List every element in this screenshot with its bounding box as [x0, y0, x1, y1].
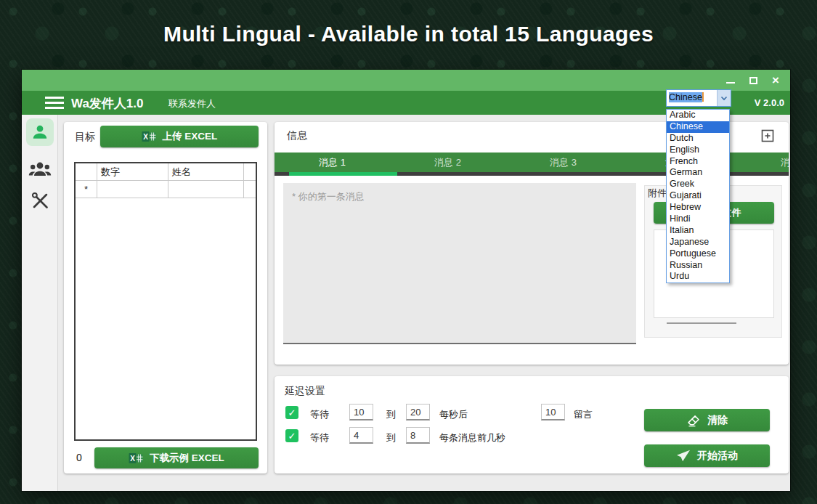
- eraser-icon: [686, 414, 701, 427]
- contact-sender-link[interactable]: 联系发件人: [168, 97, 216, 110]
- language-option[interactable]: German: [667, 167, 729, 179]
- language-option[interactable]: Japanese: [667, 237, 729, 248]
- excel-icon: X: [142, 131, 156, 142]
- add-message-button[interactable]: [760, 128, 776, 144]
- language-option-selected[interactable]: Chinese: [667, 121, 729, 133]
- column-header-number: 数字: [97, 163, 168, 180]
- combo-dropdown-button[interactable]: [717, 90, 731, 106]
- check-icon: ✓: [288, 431, 296, 442]
- language-option[interactable]: Urdu: [667, 271, 729, 283]
- close-button[interactable]: ×: [771, 76, 781, 86]
- language-option[interactable]: Russian: [667, 260, 729, 272]
- window-controls: ×: [725, 70, 781, 91]
- divider: [667, 322, 736, 324]
- group-icon: [28, 158, 52, 180]
- upload-excel-label: 上传 EXCEL: [163, 130, 218, 143]
- language-select[interactable]: Chinese: [666, 89, 731, 107]
- language-option[interactable]: Portuguese: [667, 248, 729, 260]
- delay-settings-title: 延迟设置: [285, 385, 325, 398]
- svg-text:X: X: [130, 455, 135, 463]
- svg-text:X: X: [143, 133, 148, 141]
- to-label-2: 到: [386, 431, 396, 444]
- plus-box-icon: [760, 129, 775, 143]
- messages-per-label: 留言: [574, 408, 593, 421]
- person-icon: [31, 123, 49, 142]
- row-selector-header: [76, 163, 97, 180]
- tools-icon: [31, 191, 50, 211]
- table-header-row: 数字 姓名: [76, 163, 256, 181]
- check-icon: ✓: [288, 407, 296, 418]
- targets-table: 数字 姓名 *: [74, 162, 257, 441]
- to-label-1: 到: [386, 408, 396, 421]
- wait-label-2: 等待: [310, 431, 329, 444]
- delay-checkbox-1[interactable]: ✓: [285, 406, 298, 419]
- language-option[interactable]: English: [667, 145, 729, 156]
- tab-message-1[interactable]: 消息 1: [275, 153, 390, 172]
- language-option[interactable]: Hebrew: [667, 202, 729, 214]
- delay-suffix-2: 每条消息前几秒: [439, 431, 505, 444]
- minimize-icon: [726, 82, 735, 84]
- menu-button[interactable]: [45, 97, 64, 109]
- download-sample-excel-button[interactable]: X 下载示例 EXCEL: [94, 447, 259, 468]
- minimize-button[interactable]: [725, 76, 736, 86]
- excel-icon: X: [129, 452, 143, 464]
- banner-title: Multi Lingual - Available in total 15 La…: [0, 22, 817, 46]
- app-title: Wa发件人1.0: [71, 95, 144, 112]
- delay-to-input-2[interactable]: [406, 427, 430, 444]
- active-tab-indicator: [289, 172, 397, 176]
- sidebar-item-tools[interactable]: [22, 191, 58, 211]
- messages-per-input[interactable]: [541, 404, 565, 420]
- language-select-value: Chinese: [667, 90, 717, 106]
- attachment-label: 附件: [648, 187, 667, 200]
- table-cell-name[interactable]: [168, 181, 244, 198]
- delay-settings-panel: 延迟设置 ✓ 等待 到 每秒后 留言 ✓ 等待 到 每条消息前几秒: [275, 376, 789, 473]
- table-cell-number[interactable]: [97, 181, 168, 198]
- text-caret: [702, 92, 704, 102]
- table-row: *: [76, 181, 256, 198]
- hamburger-icon: [45, 97, 64, 99]
- send-icon: [676, 450, 691, 463]
- clear-label: 清除: [707, 414, 728, 427]
- window-titlebar: ×: [22, 70, 790, 91]
- language-option[interactable]: Arabic: [667, 110, 729, 121]
- clear-button[interactable]: 清除: [644, 409, 770, 431]
- message-input[interactable]: [283, 183, 636, 344]
- tab-message-2[interactable]: 消息 2: [390, 153, 505, 172]
- tab-message-3[interactable]: 消息 3: [505, 153, 621, 172]
- screen: Multi Lingual - Available in total 15 La…: [0, 0, 817, 504]
- language-option[interactable]: Italian: [667, 225, 729, 237]
- language-option[interactable]: Hindi: [667, 214, 729, 225]
- delay-suffix-1: 每秒后: [439, 408, 468, 421]
- upload-excel-button[interactable]: X 上传 EXCEL: [100, 126, 259, 147]
- start-campaign-label: 开始活动: [697, 450, 738, 463]
- targets-count: 0: [76, 452, 82, 463]
- tab-message-5[interactable]: 消息 5: [736, 153, 789, 172]
- delay-checkbox-2[interactable]: ✓: [285, 429, 298, 442]
- download-sample-excel-label: 下载示例 EXCEL: [150, 452, 224, 465]
- wait-label-1: 等待: [310, 408, 329, 421]
- chevron-down-icon: [720, 96, 728, 101]
- delay-from-input-2[interactable]: [349, 427, 373, 444]
- column-header-name: 姓名: [168, 163, 244, 180]
- version-label: V 2.0.0: [755, 97, 784, 108]
- targets-title: 目标: [75, 131, 95, 144]
- sidebar-item-single-sender[interactable]: [22, 118, 58, 146]
- language-option[interactable]: Gujarati: [667, 190, 729, 202]
- delay-to-input-1[interactable]: [406, 404, 430, 420]
- language-option[interactable]: French: [667, 156, 729, 168]
- new-row-marker: *: [76, 181, 97, 198]
- targets-panel: 目标 X 上传 EXCEL 数字 姓名: [64, 122, 267, 473]
- language-option[interactable]: Greek: [667, 179, 729, 190]
- maximize-button[interactable]: [748, 76, 758, 86]
- sidebar-item-contacts[interactable]: [22, 158, 58, 180]
- start-campaign-button[interactable]: 开始活动: [644, 444, 770, 467]
- delay-from-input-1[interactable]: [349, 404, 373, 420]
- messages-title: 信息: [287, 129, 307, 142]
- maximize-icon: [749, 77, 757, 84]
- close-icon: ×: [772, 74, 779, 86]
- language-dropdown-list: Arabic Chinese Dutch English French Germ…: [666, 109, 730, 283]
- sidebar: [22, 115, 58, 491]
- app-window: × Wa发件人1.0 联系发件人 V 2.0.0 Chinese Arabic …: [22, 70, 790, 491]
- language-option[interactable]: Dutch: [667, 133, 729, 145]
